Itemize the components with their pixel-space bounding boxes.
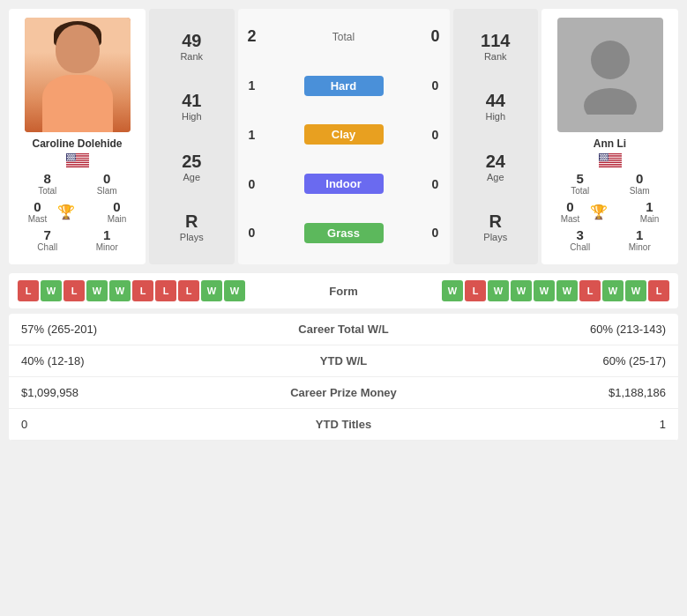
form-badge-l: L [648, 280, 669, 301]
svg-rect-10 [66, 164, 89, 165]
svg-point-43 [584, 88, 637, 115]
right-total-value: 5 [560, 171, 600, 186]
left-mast-value: 0 [18, 199, 57, 214]
svg-point-83 [603, 160, 604, 160]
svg-point-41 [74, 160, 75, 160]
svg-point-27 [70, 157, 71, 158]
svg-point-29 [72, 157, 73, 158]
ytd-titles-left: 0 [9, 409, 243, 441]
form-badge-w: W [41, 280, 62, 301]
left-slam-label: Slam [87, 186, 127, 196]
svg-point-17 [71, 154, 71, 155]
right-minor-label: Minor [620, 242, 660, 252]
right-high-value: 44 [485, 91, 505, 111]
left-minor-value: 1 [87, 227, 127, 242]
svg-point-63 [607, 154, 608, 155]
svg-point-73 [605, 157, 606, 158]
career-wl-label: Career Total W/L [243, 314, 444, 345]
right-center-card: 114 Rank 44 High 24 Age R Plays [453, 9, 539, 264]
right-player-card: Ann Li [541, 9, 678, 264]
h2h-hard-right: 0 [427, 78, 444, 93]
ytd-titles-row: 0 YTD Titles 1 [9, 409, 678, 441]
form-section: LWLWWLLLWW Form WLWWWWLWWL [9, 273, 678, 308]
svg-point-79 [606, 158, 607, 159]
right-plays-value: R [483, 212, 507, 232]
right-player-avatar [557, 18, 663, 132]
form-badge-l: L [132, 280, 153, 301]
h2h-total-right: 0 [426, 27, 444, 46]
right-rank-label: Rank [481, 51, 510, 62]
grass-badge: Grass [304, 223, 384, 243]
right-main-value: 1 [630, 199, 669, 214]
ytd-wl-right: 60% (25-17) [444, 345, 678, 377]
form-label: Form [291, 285, 397, 298]
left-player-card: Caroline Dolehide [9, 9, 146, 264]
stats-table: 57% (265-201) Career Total W/L 60% (213-… [9, 314, 678, 441]
form-badge-w: W [625, 280, 646, 301]
prize-label: Career Prize Money [243, 377, 444, 409]
svg-point-23 [71, 155, 72, 156]
right-slam-label: Slam [620, 186, 660, 196]
right-player-photo [557, 18, 663, 132]
svg-point-22 [71, 155, 71, 156]
h2h-clay-row: 1 Clay 0 [243, 124, 444, 145]
h2h-indoor-left: 0 [243, 177, 261, 191]
svg-point-62 [605, 154, 606, 155]
svg-point-16 [70, 154, 71, 155]
prize-right: $1,188,186 [444, 377, 678, 409]
form-badge-w: W [602, 280, 624, 301]
svg-point-39 [71, 160, 71, 160]
left-main-value: 0 [97, 199, 137, 214]
svg-point-28 [71, 157, 71, 158]
right-high-label: High [485, 111, 505, 122]
svg-point-19 [74, 154, 75, 155]
svg-point-68 [606, 155, 607, 156]
ytd-wl-label: YTD W/L [243, 345, 444, 377]
svg-point-82 [602, 160, 603, 160]
form-badge-w: W [86, 280, 108, 301]
right-age-label: Age [486, 172, 505, 182]
svg-point-18 [72, 154, 73, 155]
svg-rect-11 [66, 166, 89, 167]
left-rank-label: Rank [180, 51, 203, 62]
svg-rect-54 [599, 164, 622, 165]
h2h-section: 2 Total 0 1 Hard 0 1 Clay 0 0 [238, 9, 450, 264]
left-chall-label: Chall [27, 242, 67, 252]
left-high-value: 41 [182, 91, 202, 111]
svg-point-15 [68, 154, 69, 155]
left-slam-value: 0 [87, 171, 127, 186]
left-plays-value: R [180, 212, 204, 232]
left-form-badges: LWLWWLLLWW [18, 280, 291, 301]
right-avatar-svg [579, 35, 641, 115]
svg-point-59 [601, 154, 601, 155]
left-high-label: High [182, 111, 202, 122]
main-container: Caroline Dolehide [0, 0, 687, 449]
svg-point-71 [602, 157, 603, 158]
left-age-value: 25 [182, 152, 201, 172]
svg-point-24 [73, 155, 74, 156]
left-center-card: 49 Rank 41 High 25 Age R Plays [149, 9, 235, 264]
ytd-titles-right: 1 [444, 409, 678, 441]
svg-point-84 [605, 160, 606, 160]
h2h-total-row: 2 Total 0 [243, 27, 444, 46]
svg-point-34 [71, 158, 72, 159]
right-slam-value: 0 [620, 171, 660, 186]
right-chall-label: Chall [560, 242, 600, 252]
h2h-grass-right: 0 [427, 226, 444, 240]
top-comparison: Caroline Dolehide [9, 9, 678, 264]
svg-rect-8 [66, 162, 89, 163]
form-badge-w: W [534, 280, 555, 301]
form-badge-w: W [488, 280, 509, 301]
right-total-label: Total [560, 186, 600, 196]
svg-point-75 [600, 158, 601, 159]
form-badge-l: L [155, 280, 176, 301]
right-mast-value: 0 [550, 199, 590, 214]
h2h-total-label: Total [332, 31, 355, 43]
h2h-hard-row: 1 Hard 0 [243, 76, 444, 96]
right-form-badges: WLWWWWLWWL [397, 280, 670, 301]
svg-rect-51 [599, 161, 622, 162]
svg-rect-53 [599, 163, 622, 164]
ytd-wl-row: 40% (12-18) YTD W/L 60% (25-17) [9, 345, 678, 377]
svg-point-77 [603, 158, 604, 159]
svg-point-21 [69, 155, 70, 156]
